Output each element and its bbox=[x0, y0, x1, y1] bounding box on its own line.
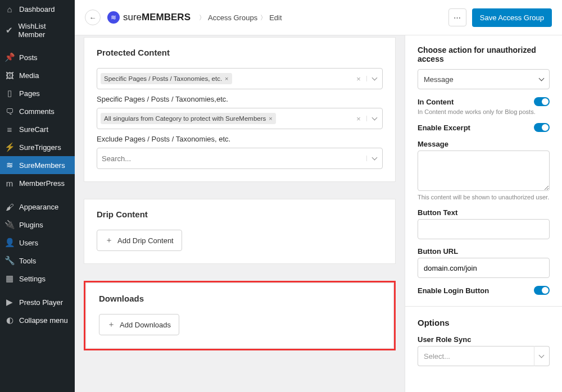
exclude-pages-select[interactable] bbox=[97, 148, 383, 169]
dashboard-icon: ⌂ bbox=[4, 4, 15, 14]
surecart-icon: ≡ bbox=[4, 124, 15, 134]
sidebar-item-appearance[interactable]: 🖌Appearance bbox=[0, 198, 75, 216]
sidebar-item-pages[interactable]: ▯Pages bbox=[0, 84, 75, 102]
options-title: Options bbox=[418, 318, 550, 327]
memberpress-icon: m bbox=[4, 178, 15, 188]
message-label: Message bbox=[418, 140, 448, 148]
drip-content-title: Drip Content bbox=[84, 199, 395, 230]
save-button[interactable]: Save Access Group bbox=[472, 8, 552, 27]
sidebar-item-media[interactable]: 🖾Media bbox=[0, 66, 75, 84]
sidebar-item-dashboard[interactable]: ⌂Dashboard bbox=[0, 0, 75, 18]
user-role-label: User Role Sync bbox=[418, 335, 471, 344]
sidebar-item-label: Collapse menu bbox=[19, 316, 68, 325]
tools-icon: 🔧 bbox=[4, 256, 15, 266]
settings-panel: Choose action for unauthorized access Me… bbox=[405, 35, 562, 392]
exclude-search-input[interactable] bbox=[97, 154, 366, 163]
message-textarea[interactable] bbox=[418, 151, 550, 191]
sidebar-item-label: Settings bbox=[19, 275, 46, 283]
sidebar-item-label: Plugins bbox=[19, 221, 43, 229]
more-options-button[interactable]: ⋯ bbox=[448, 8, 466, 26]
add-downloads-button[interactable]: ＋Add Downloads bbox=[99, 314, 179, 335]
top-bar: ← ≋ sureMEMBERS 〉 Access Groups 〉 Edit ⋯… bbox=[75, 0, 562, 35]
main-content: Protected Content Specific Pages / Posts… bbox=[75, 35, 405, 392]
sidebar-item-suretriggers[interactable]: ⚡SureTriggers bbox=[0, 138, 75, 156]
pages-icon: ▯ bbox=[4, 88, 15, 98]
plus-icon: ＋ bbox=[107, 320, 115, 330]
sidebar-item-label: Posts bbox=[19, 53, 38, 62]
chevron-right-icon: 〉 bbox=[199, 13, 205, 22]
chevron-down-icon[interactable] bbox=[366, 156, 382, 161]
protected-content-title: Protected Content bbox=[84, 38, 395, 68]
chevron-down-icon[interactable] bbox=[534, 346, 550, 366]
enable-login-label: Enable Login Button bbox=[418, 286, 489, 295]
enable-excerpt-label: Enable Excerpt bbox=[418, 124, 470, 132]
comments-icon: 🗨 bbox=[4, 106, 15, 116]
tag-all-singulars: All singulars from Category to protect w… bbox=[101, 113, 276, 124]
collapse-icon: ◐ bbox=[4, 315, 15, 325]
specific-pages-label: Specific Pages / Posts / Taxonomies,etc. bbox=[97, 95, 383, 103]
remove-tag-icon[interactable]: × bbox=[225, 75, 228, 82]
clear-icon[interactable]: × bbox=[351, 115, 366, 123]
appearance-icon: 🖌 bbox=[4, 202, 15, 212]
sidebar-item-label: Media bbox=[19, 71, 39, 80]
sidebar-item-label: SureMembers bbox=[19, 161, 65, 170]
sidebar-item-collapse[interactable]: ◐Collapse menu bbox=[0, 311, 75, 329]
sidebar-item-label: Pages bbox=[19, 89, 40, 98]
presto-icon: ▶ bbox=[4, 297, 15, 307]
suremembers-icon: ≋ bbox=[4, 160, 15, 170]
sidebar-item-users[interactable]: 👤Users bbox=[0, 234, 75, 252]
sidebar-item-wishlist[interactable]: ✔WishList Member bbox=[0, 18, 75, 43]
chevron-down-icon[interactable] bbox=[366, 76, 382, 81]
brand-logo-icon: ≋ bbox=[107, 11, 120, 24]
downloads-highlight: Downloads ＋Add Downloads bbox=[84, 281, 396, 350]
sidebar-item-label: MemberPress bbox=[19, 179, 65, 188]
sidebar-item-plugins[interactable]: 🔌Plugins bbox=[0, 216, 75, 234]
add-drip-content-button[interactable]: ＋Add Drip Content bbox=[97, 230, 182, 251]
protected-content-select[interactable]: Specific Pages / Posts / Taxonomies, etc… bbox=[97, 68, 383, 89]
action-select[interactable]: Message bbox=[418, 69, 550, 89]
sidebar-item-label: WishList Member bbox=[19, 22, 70, 39]
suretriggers-icon: ⚡ bbox=[4, 142, 15, 152]
sidebar-item-posts[interactable]: 📌Posts bbox=[0, 48, 75, 66]
sidebar-item-label: Appearance bbox=[19, 203, 58, 211]
sidebar-item-comments[interactable]: 🗨Comments bbox=[0, 102, 75, 120]
brand-text-bold: MEMBERS bbox=[142, 12, 191, 23]
in-content-toggle[interactable] bbox=[534, 97, 550, 106]
back-button[interactable]: ← bbox=[85, 10, 101, 25]
brand-text-thin: sure bbox=[123, 12, 142, 23]
sidebar-item-label: SureTriggers bbox=[19, 143, 61, 152]
breadcrumb-access-groups[interactable]: Access Groups bbox=[208, 13, 257, 22]
plugins-icon: 🔌 bbox=[4, 220, 15, 230]
user-role-select[interactable]: Select... bbox=[418, 346, 534, 366]
sidebar-item-label: Tools bbox=[19, 257, 36, 265]
sidebar-item-presto[interactable]: ▶Presto Player bbox=[0, 293, 75, 311]
chevron-down-icon bbox=[540, 75, 543, 84]
downloads-title: Downloads bbox=[87, 284, 393, 314]
button-text-label: Button Text bbox=[418, 208, 457, 217]
clear-icon[interactable]: × bbox=[351, 75, 366, 83]
specific-pages-select[interactable]: All singulars from Category to protect w… bbox=[97, 108, 383, 129]
sidebar-item-suremembers[interactable]: ≋SureMembers bbox=[0, 156, 75, 174]
sidebar-item-settings[interactable]: ▦Settings bbox=[0, 270, 75, 288]
protected-content-card: Protected Content Specific Pages / Posts… bbox=[84, 37, 396, 182]
sidebar-item-surecart[interactable]: ≡SureCart bbox=[0, 120, 75, 138]
button-url-input[interactable] bbox=[418, 258, 550, 278]
users-icon: 👤 bbox=[4, 238, 15, 248]
media-icon: 🖾 bbox=[4, 70, 15, 80]
message-help: This content will be shown to unauthoriz… bbox=[418, 194, 550, 200]
choose-action-label: Choose action for unauthorized access bbox=[418, 45, 550, 63]
in-content-help: In Content mode works only for Blog post… bbox=[418, 108, 550, 115]
chevron-right-icon: 〉 bbox=[260, 13, 266, 22]
sidebar-item-label: Dashboard bbox=[19, 5, 55, 13]
enable-login-toggle[interactable] bbox=[534, 286, 550, 295]
sidebar-item-memberpress[interactable]: mMemberPress bbox=[0, 174, 75, 192]
remove-tag-icon[interactable]: × bbox=[269, 115, 272, 122]
wishlist-icon: ✔ bbox=[4, 25, 14, 35]
enable-excerpt-toggle[interactable] bbox=[534, 123, 550, 132]
plus-icon: ＋ bbox=[105, 235, 113, 245]
sidebar-item-tools[interactable]: 🔧Tools bbox=[0, 252, 75, 270]
button-text-input[interactable] bbox=[418, 219, 550, 239]
admin-sidebar: ⌂Dashboard ✔WishList Member 📌Posts 🖾Medi… bbox=[0, 0, 75, 392]
chevron-down-icon[interactable] bbox=[366, 116, 382, 121]
pin-icon: 📌 bbox=[4, 52, 15, 62]
